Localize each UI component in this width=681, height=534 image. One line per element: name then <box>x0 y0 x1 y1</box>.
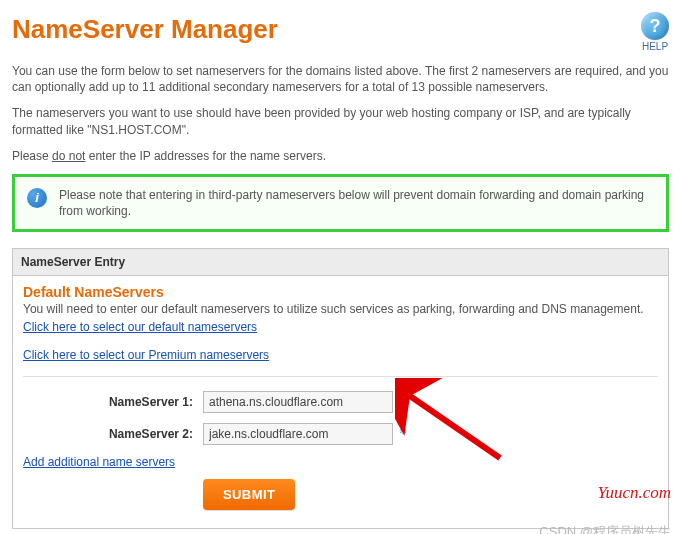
required-asterisk-icon: * <box>399 393 407 411</box>
nameserver-1-row: NameServer 1: * <box>23 391 658 413</box>
default-nameservers-heading: Default NameServers <box>23 284 658 300</box>
link-add-additional-nameservers[interactable]: Add additional name servers <box>23 455 175 469</box>
required-asterisk-icon: * <box>399 425 407 443</box>
help-icon: ? <box>641 12 669 40</box>
info-note-box: i Please note that entering in third-par… <box>12 174 669 232</box>
intro-p3-pre: Please <box>12 149 52 163</box>
intro-paragraph-3: Please do not enter the IP addresses for… <box>12 148 669 164</box>
nameserver-1-label: NameServer 1: <box>23 395 203 409</box>
default-nameservers-text: You will need to enter our default names… <box>23 302 658 316</box>
help-label: HELP <box>641 41 669 52</box>
panel-header: NameServer Entry <box>13 249 668 276</box>
nameserver-2-label: NameServer 2: <box>23 427 203 441</box>
nameserver-entry-panel: NameServer Entry Default NameServers You… <box>12 248 669 529</box>
intro-p3-post: enter the IP addresses for the name serv… <box>85 149 326 163</box>
header: NameServer Manager ? HELP <box>12 10 669 59</box>
help-button[interactable]: ? HELP <box>641 10 669 52</box>
info-icon: i <box>27 188 47 208</box>
info-note-text: Please note that entering in third-party… <box>59 187 654 219</box>
intro-do-not: do not <box>52 149 85 163</box>
nameserver-1-input[interactable] <box>203 391 393 413</box>
link-select-default-nameservers[interactable]: Click here to select our default nameser… <box>23 320 257 334</box>
divider <box>23 376 658 377</box>
nameserver-2-row: NameServer 2: * <box>23 423 658 445</box>
intro-paragraph-2: The nameservers you want to use should h… <box>12 105 669 137</box>
intro-paragraph-1: You can use the form below to set namese… <box>12 63 669 95</box>
nameserver-2-input[interactable] <box>203 423 393 445</box>
link-select-premium-nameservers[interactable]: Click here to select our Premium nameser… <box>23 348 269 362</box>
page-title: NameServer Manager <box>12 14 278 45</box>
submit-button[interactable]: SUBMIT <box>203 479 295 510</box>
